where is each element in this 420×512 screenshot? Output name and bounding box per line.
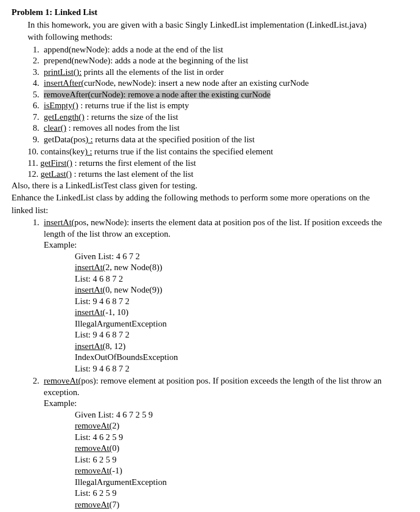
method-getdata: getData(pos) : returns data at the speci… (41, 134, 408, 146)
enhance-text-1: Enhance the LinkedList class by adding t… (12, 192, 408, 204)
method-getfirst: 11. getFirst() : returns the first eleme… (28, 158, 408, 169)
intro-line-1: In this homework, you are given with a b… (28, 20, 408, 31)
enhance-text-2: linked list: (12, 205, 408, 217)
method-printlist: printList(): prints all the elements of … (41, 67, 408, 78)
problem-title: Problem 1: Linked List (12, 7, 408, 18)
also-text: Also, there is a LinkedListTest class gi… (12, 180, 408, 192)
method-getlength: getLength() : returns the size of the li… (41, 112, 408, 123)
method-contains: 10. contains(key) : returns true if the … (28, 146, 408, 158)
method-prepend: prepend(newNode): adds a node at the beg… (41, 55, 408, 67)
example-removeat: Given List: 4 6 7 2 5 9 removeAt(2) List… (75, 409, 408, 513)
method-isempty: isEmpty() : returns true if the list is … (41, 100, 408, 112)
method-getlast: 12. getLast() : returns the last element… (28, 169, 408, 180)
method-clear: clear() : removes all nodes from the lis… (41, 123, 408, 134)
example-insertat: Given List: 4 6 7 2 insertAt(2, new Node… (75, 251, 408, 375)
method-insertafter: insertAfter(curNode, newNode): insert a … (41, 78, 408, 89)
methods-list: append(newNode): adds a node at the end … (12, 44, 408, 146)
intro-line-2: with following methods: (28, 32, 408, 43)
example-label: Example: (44, 240, 408, 251)
example-label: Example: (44, 398, 408, 409)
enhance-insertat: insertAt(pos, newNode): inserts the elem… (41, 217, 408, 374)
enhance-list: insertAt(pos, newNode): inserts the elem… (12, 217, 408, 512)
enhance-removeat: removeAt(pos): remove element at positio… (41, 376, 408, 512)
method-append: append(newNode): adds a node at the end … (41, 44, 408, 56)
method-removeafter: removeAfter(curNode): remove a node afte… (41, 89, 408, 101)
